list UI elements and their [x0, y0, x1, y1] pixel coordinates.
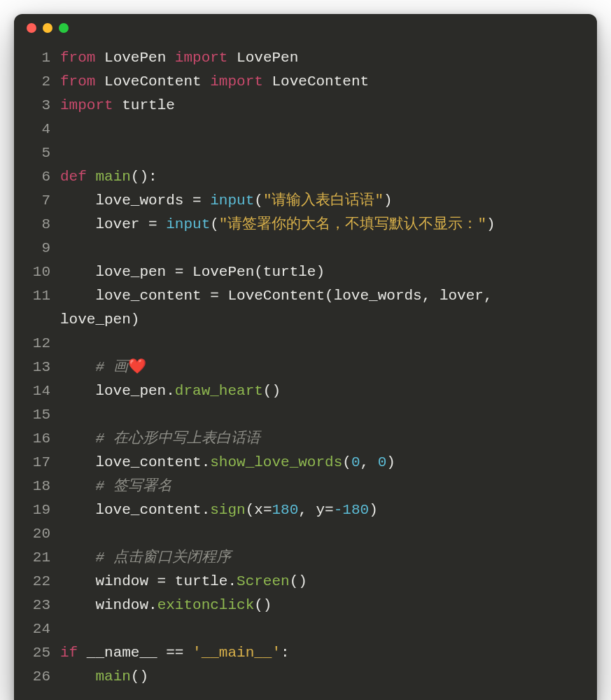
- code-line: 8 lover = input("请签署你的大名，不填写默认不显示："): [27, 213, 584, 237]
- code-token: "请签署你的大名，不填写默认不显示：": [219, 216, 486, 232]
- line-number: 13: [27, 356, 60, 379]
- line-number: 18: [27, 475, 60, 498]
- code-content: main(): [60, 665, 148, 689]
- code-token: # 在心形中写上表白话语: [95, 430, 260, 447]
- code-line: 13 # 画❤️: [27, 356, 584, 379]
- code-token: LoveContent: [263, 74, 369, 90]
- line-number: 2: [27, 70, 60, 94]
- code-token: , y=: [298, 502, 333, 518]
- code-content: love_pen): [60, 308, 139, 332]
- line-number: 20: [27, 522, 60, 546]
- line-number: 17: [27, 451, 60, 475]
- line-number: 16: [27, 427, 60, 451]
- line-number: 11: [27, 284, 60, 308]
- code-token: Screen: [237, 573, 290, 589]
- code-content: from LoveContent import LoveContent: [60, 70, 369, 94]
- code-token: [60, 668, 95, 685]
- code-token: love_pen.: [60, 383, 175, 399]
- code-token: turtle: [113, 97, 175, 113]
- code-token: ): [384, 192, 393, 209]
- code-token: # 签写署名: [95, 478, 171, 494]
- code-token: love_content.: [60, 454, 210, 470]
- code-token: ): [486, 216, 496, 232]
- code-line: 6def main():: [27, 165, 584, 189]
- code-token: ): [369, 502, 378, 518]
- code-token: ():: [131, 169, 157, 185]
- line-number: 8: [27, 213, 60, 237]
- code-line: 20: [27, 522, 584, 546]
- code-token: LoveContent: [95, 74, 210, 90]
- code-content: lover = input("请签署你的大名，不填写默认不显示："): [60, 213, 496, 237]
- code-content: love_pen = LovePen(turtle): [60, 260, 325, 284]
- maximize-icon[interactable]: [59, 23, 69, 33]
- code-token: __name__ ==: [78, 645, 192, 661]
- code-token: window.: [60, 597, 157, 613]
- code-token: main: [95, 668, 130, 685]
- code-token: 0: [378, 454, 387, 470]
- code-token: love_pen = LovePen(turtle): [60, 264, 325, 280]
- code-token: (): [131, 668, 148, 685]
- close-icon[interactable]: [27, 23, 36, 33]
- line-number: 6: [27, 165, 60, 189]
- code-token: [60, 550, 95, 566]
- code-line-wrap: love_pen): [27, 308, 584, 332]
- code-token: from: [60, 50, 95, 66]
- code-content: window = turtle.Screen(): [60, 570, 307, 594]
- minimize-icon[interactable]: [43, 23, 52, 33]
- line-number: 9: [27, 237, 60, 260]
- code-content: # 画❤️: [60, 356, 146, 379]
- code-token: ): [386, 454, 395, 470]
- line-number: 10: [27, 260, 60, 284]
- code-content: from LovePen import LovePen: [60, 46, 298, 70]
- code-content: # 点击窗口关闭程序: [60, 546, 231, 570]
- code-token: (: [210, 216, 219, 232]
- code-content: window.exitonclick(): [60, 594, 272, 617]
- code-token: from: [60, 74, 95, 90]
- code-token: (): [290, 573, 307, 589]
- line-number: 19: [27, 498, 60, 522]
- code-line: 22 window = turtle.Screen(): [27, 570, 584, 594]
- line-number: 21: [27, 546, 60, 570]
- code-token: (: [254, 192, 263, 209]
- code-token: window = turtle.: [60, 573, 237, 589]
- line-number: 1: [27, 46, 60, 70]
- code-token: love_content.: [60, 502, 210, 518]
- code-line: 11 love_content = LoveContent(love_words…: [27, 284, 584, 308]
- code-line: 21 # 点击窗口关闭程序: [27, 546, 584, 570]
- code-content: love_content.sign(x=180, y=-180): [60, 498, 378, 522]
- code-token: exitonclick: [157, 597, 255, 613]
- code-line: 14 love_pen.draw_heart(): [27, 379, 584, 403]
- code-line: 4: [27, 118, 584, 141]
- code-token: input: [210, 192, 254, 209]
- code-token: -180: [334, 502, 369, 518]
- code-token: [60, 430, 95, 447]
- code-token: # 点击窗口关闭程序: [95, 550, 230, 566]
- code-token: import: [210, 74, 263, 90]
- title-bar: [14, 14, 597, 42]
- code-token: "请输入表白话语": [263, 192, 384, 209]
- line-number: 7: [27, 189, 60, 213]
- code-line: 5: [27, 141, 584, 165]
- code-content: def main():: [60, 165, 157, 189]
- code-token: (): [254, 597, 272, 613]
- code-token: import: [60, 97, 113, 113]
- code-token: if: [60, 645, 78, 661]
- code-token: love_pen): [60, 312, 139, 328]
- code-line: 12: [27, 332, 584, 356]
- line-number: 12: [27, 332, 60, 356]
- code-content: # 在心形中写上表白话语: [60, 427, 260, 451]
- code-token: show_love_words: [210, 454, 342, 470]
- code-content: love_words = input("请输入表白话语"): [60, 189, 393, 213]
- code-line: 19 love_content.sign(x=180, y=-180): [27, 498, 584, 522]
- line-number: 22: [27, 570, 60, 594]
- code-line: 25if __name__ == '__main__':: [27, 641, 584, 665]
- code-token: love_content = LoveContent(love_words, l…: [60, 288, 501, 304]
- code-line: 7 love_words = input("请输入表白话语"): [27, 189, 584, 213]
- line-number: 15: [27, 403, 60, 427]
- line-number: 4: [27, 118, 60, 141]
- line-number: 24: [27, 617, 60, 641]
- code-area[interactable]: 1from LovePen import LovePen2from LoveCo…: [14, 42, 597, 696]
- code-token: (x=: [246, 502, 272, 518]
- code-token: lover =: [60, 216, 166, 232]
- code-content: love_content.show_love_words(0, 0): [60, 451, 395, 475]
